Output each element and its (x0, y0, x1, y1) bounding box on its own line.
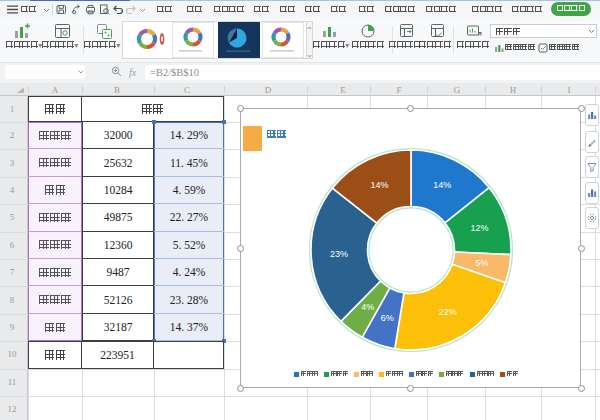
svg-text:4%: 4% (361, 302, 374, 312)
svg-text:6%: 6% (381, 313, 394, 323)
svg-text:14%: 14% (433, 180, 451, 190)
svg-text:23%: 23% (330, 249, 348, 259)
svg-text:22%: 22% (439, 307, 457, 317)
svg-text:14%: 14% (371, 180, 389, 190)
svg-text:12%: 12% (470, 223, 488, 233)
svg-text:5%: 5% (475, 258, 488, 268)
